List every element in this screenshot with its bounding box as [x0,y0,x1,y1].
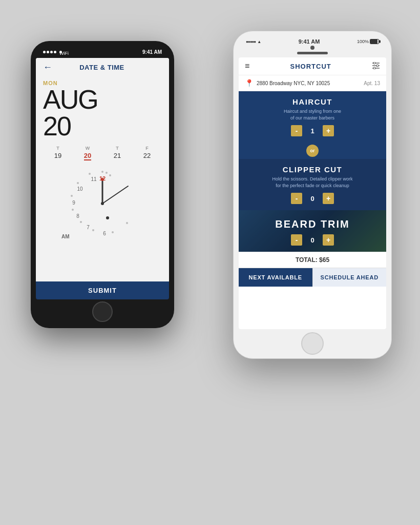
am-pm-label: AM [61,234,70,239]
svg-point-28 [373,67,375,69]
clipper-cut-description: Hold the scissors. Detailed clipper work… [247,176,378,189]
svg-point-8 [92,229,94,231]
wifi-icon: ▲ [257,39,261,44]
black-time: 9:41 AM [142,49,162,55]
screen-title: DATE & TIME [79,64,124,71]
svg-point-0 [101,171,103,173]
address-text: 2880 Broadway NYC, NY 10025 [257,80,361,86]
or-label: or [306,145,319,157]
date-time-header: ← DATE & TIME [36,58,169,75]
day-number: 20 [43,113,162,139]
clipper-minus-button[interactable]: - [291,193,302,204]
battery-pct: 100% [357,39,369,44]
haircut-card: HAIRCUT Haircut and styling from oneof o… [239,91,386,143]
svg-line-19 [102,186,128,204]
apt-text: Apt. 13 [364,80,380,86]
address-bar: 📍 2880 Broadway NYC, NY 10025 Apt. 13 [239,75,386,91]
battery-fill [370,39,377,44]
beard-quantity: 0 [307,236,318,244]
beard-trim-title: BEARD TRIM [247,218,378,230]
month-name: AUG [43,86,162,113]
speaker-bar [297,52,328,54]
svg-point-4 [77,182,79,184]
battery-icon [370,39,379,44]
month-display: MON AUG 20 [36,75,169,142]
white-screen: ≡ SHORTCUT 📍 2880 Broadway NYC, NY [239,57,386,329]
battery-area: 100% [357,39,379,44]
clock-face: 12 11 10 9 8 7 6 [61,163,143,245]
scene: WiFi 9:41 AM ← DATE & TIME MON AUG 20 T [0,0,420,525]
clipper-plus-button[interactable]: + [323,193,334,204]
svg-text:6: 6 [103,231,106,236]
menu-icon[interactable]: ≡ [245,62,249,71]
svg-point-22 [106,216,109,219]
svg-text:9: 9 [72,200,75,206]
back-button[interactable]: ← [43,62,52,73]
svg-point-7 [80,221,82,223]
nav-title: SHORTCUT [290,63,331,70]
svg-point-21 [101,202,104,205]
clipper-cut-card: CLIPPER CUT Hold the scissors. Detailed … [239,159,386,210]
schedule-ahead-button[interactable]: SCHEDULE AHEAD [312,268,387,287]
black-phone: WiFi 9:41 AM ← DATE & TIME MON AUG 20 T [31,41,174,328]
svg-point-2 [109,174,111,176]
svg-text:10: 10 [77,186,83,192]
black-status-bar: WiFi 9:41 AM [36,46,169,57]
haircut-title: HAIRCUT [247,97,378,106]
svg-text:11: 11 [91,176,97,182]
svg-point-1 [106,172,108,174]
svg-point-26 [373,62,375,64]
svg-text:8: 8 [76,213,79,219]
svg-point-3 [89,173,91,175]
signal-area: ●●●●● ▲ [246,39,261,44]
analog-clock: 12 11 10 9 8 7 6 [51,163,154,245]
haircut-plus-button[interactable]: + [323,125,334,136]
nav-bar: ≡ SHORTCUT [239,57,386,75]
submit-button[interactable]: SUBMIT [36,281,169,294]
filter-icon[interactable] [372,62,380,71]
location-pin-icon: 📍 [245,79,254,87]
svg-point-10 [126,222,128,224]
calendar-day-t2[interactable]: T 21 [114,146,121,160]
next-available-button[interactable]: NEXT AVAILABLE [239,268,312,287]
beard-quantity-control: - 0 + [247,234,378,246]
home-button-black[interactable] [92,301,113,322]
haircut-description: Haircut and styling from oneof our maste… [247,108,378,121]
calendar-day-w[interactable]: W 20 [84,146,91,160]
haircut-quantity: 1 [307,127,318,135]
svg-point-27 [376,65,379,67]
haircut-minus-button[interactable]: - [291,125,302,136]
beard-minus-button[interactable]: - [291,234,302,246]
svg-point-6 [72,209,74,211]
svg-point-20 [101,178,104,181]
clipper-quantity: 0 [307,195,318,203]
home-button-white[interactable] [301,332,324,355]
white-status-bar: ●●●●● ▲ 9:41 AM 100% [239,36,386,46]
svg-text:7: 7 [87,225,90,230]
camera-dot [310,46,314,50]
black-screen: ← DATE & TIME MON AUG 20 T 19 W 20 [36,58,169,294]
white-time: 9:41 AM [299,38,320,45]
clipper-quantity-control: - 0 + [247,193,378,204]
signal-dots: WiFi [43,51,62,53]
signal-bars: ●●●●● [246,39,256,44]
svg-point-9 [112,231,114,233]
clipper-cut-title: CLIPPER CUT [247,165,378,174]
calendar-day-t1[interactable]: T 19 [54,146,61,160]
white-phone: ●●●●● ▲ 9:41 AM 100% ≡ SHORTCUT [233,31,392,359]
haircut-quantity-control: - 1 + [247,125,378,136]
total-display: TOTAL: $65 [239,252,386,268]
beard-trim-card: BEARD TRIM - 0 + [239,210,386,252]
svg-point-5 [71,195,73,197]
calendar-day-f[interactable]: F 22 [143,146,151,160]
or-divider: or [239,143,386,159]
beard-plus-button[interactable]: + [323,234,334,246]
calendar-strip: T 19 W 20 T 21 F 22 [36,142,169,163]
action-buttons: NEXT AVAILABLE SCHEDULE AHEAD [239,268,386,287]
